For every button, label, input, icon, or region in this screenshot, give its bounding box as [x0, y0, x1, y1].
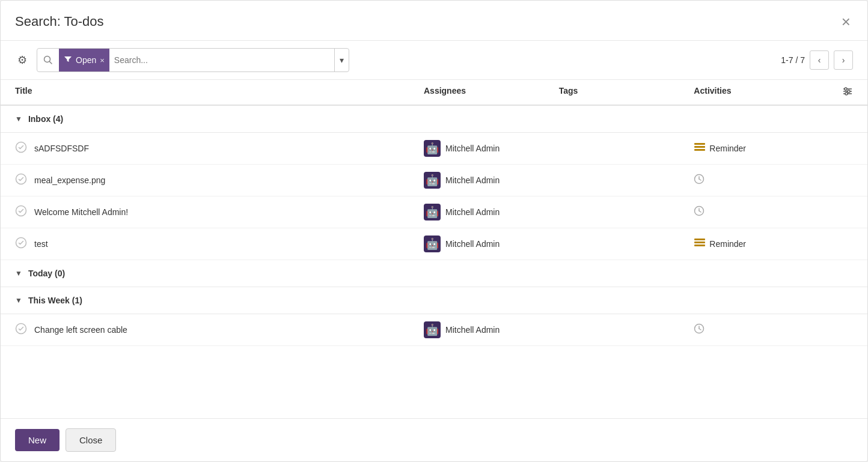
section-chevron-icon: ▼ — [15, 296, 22, 305]
check-circle-icon — [15, 237, 27, 252]
search-todos-dialog: Search: To-dos × ⚙ Open × — [0, 0, 868, 462]
column-tags: Tags — [559, 86, 694, 99]
svg-rect-21 — [694, 239, 705, 240]
assignee-cell: 🤖 Mitchell Admin — [424, 236, 559, 252]
pagination: 1-7 / 7 ‹ › — [781, 50, 853, 70]
assignee-name: Mitchell Admin — [445, 175, 500, 185]
section-header[interactable]: ▼This Week (1) — [1, 287, 867, 314]
section-header[interactable]: ▼Today (0) — [1, 260, 867, 287]
section-label: Inbox (4) — [28, 114, 63, 124]
check-circle-icon — [15, 141, 27, 156]
clock-icon — [694, 323, 704, 337]
chip-close-button[interactable]: × — [100, 56, 105, 65]
assignee-cell: 🤖 Mitchell Admin — [424, 204, 559, 220]
table-row[interactable]: Welcome Mitchell Admin! 🤖 Mitchell Admin — [1, 196, 867, 228]
page-info: 1-7 / 7 — [781, 55, 805, 65]
section-header[interactable]: ▼Inbox (4) — [1, 106, 867, 133]
activities-cell — [694, 323, 829, 337]
reminder-icon — [694, 238, 706, 250]
check-circle-icon — [15, 205, 27, 220]
check-circle-icon — [15, 323, 27, 338]
title-cell: test — [15, 237, 424, 252]
section-chevron-icon: ▼ — [15, 269, 22, 278]
new-button[interactable]: New — [15, 429, 60, 451]
column-activities: Activities — [694, 86, 829, 99]
assignee-cell: 🤖 Mitchell Admin — [424, 321, 559, 338]
dialog-header: Search: To-dos × — [1, 1, 867, 41]
check-circle-icon — [15, 173, 27, 188]
avatar: 🤖 — [424, 140, 441, 157]
column-title: Title — [15, 86, 424, 99]
svg-line-15 — [699, 179, 701, 180]
activities-cell — [694, 205, 829, 219]
table-body: ▼Inbox (4) sADFSDFSDF 🤖 Mitchell Admin — [1, 106, 867, 346]
filter-funnel-icon — [64, 55, 72, 65]
search-icon — [37, 55, 59, 65]
svg-line-19 — [699, 211, 701, 212]
row-title[interactable]: Welcome Mitchell Admin! — [34, 207, 128, 217]
svg-rect-9 — [694, 143, 705, 145]
svg-point-5 — [845, 88, 847, 90]
avatar: 🤖 — [424, 321, 441, 338]
assignee-cell: 🤖 Mitchell Admin — [424, 172, 559, 189]
filter-chip: Open × — [59, 49, 109, 71]
dialog-title: Search: To-dos — [15, 14, 104, 29]
title-cell: sADFSDFSDF — [15, 141, 424, 156]
title-cell: meal_expense.png — [15, 173, 424, 188]
section-label: This Week (1) — [28, 296, 82, 305]
svg-point-7 — [845, 93, 848, 95]
row-title[interactable]: sADFSDFSDF — [34, 144, 89, 153]
dialog-footer: New Close — [1, 418, 867, 461]
title-cell: Welcome Mitchell Admin! — [15, 205, 424, 220]
close-dialog-button[interactable]: × — [839, 11, 853, 32]
svg-line-27 — [699, 329, 701, 330]
section-label: Today (0) — [28, 269, 65, 278]
table-row[interactable]: sADFSDFSDF 🤖 Mitchell Admin — [1, 133, 867, 165]
svg-line-1 — [50, 62, 52, 64]
svg-rect-10 — [694, 146, 705, 148]
table-row[interactable]: meal_expense.png 🤖 Mitchell Admin — [1, 165, 867, 196]
table-header: Title Assignees Tags Activities — [1, 80, 867, 106]
reminder-label: Reminder — [709, 144, 746, 153]
toolbar: ⚙ Open × ▾ — [1, 41, 867, 80]
assignee-name: Mitchell Admin — [445, 207, 500, 217]
svg-rect-22 — [694, 242, 705, 243]
column-assignees: Assignees — [424, 86, 559, 99]
adjust-columns-icon — [842, 86, 853, 99]
activities-cell: Reminder — [694, 238, 829, 250]
row-title[interactable]: meal_expense.png — [34, 175, 105, 185]
svg-point-6 — [848, 90, 850, 93]
svg-rect-11 — [694, 149, 705, 151]
section-chevron-icon: ▼ — [15, 115, 22, 123]
activities-cell — [694, 174, 829, 187]
search-bar: Open × ▾ — [37, 48, 349, 72]
avatar: 🤖 — [424, 204, 441, 220]
title-cell: Change left screen cable — [15, 323, 424, 338]
gear-icon: ⚙ — [17, 54, 27, 66]
activity-reminder: Reminder — [694, 142, 746, 154]
search-input[interactable] — [109, 49, 334, 71]
assignee-name: Mitchell Admin — [445, 325, 500, 335]
avatar: 🤖 — [424, 172, 441, 189]
table-row[interactable]: Change left screen cable 🤖 Mitchell Admi… — [1, 314, 867, 346]
gear-button[interactable]: ⚙ — [15, 51, 29, 69]
assignee-name: Mitchell Admin — [445, 239, 500, 249]
close-button[interactable]: Close — [66, 428, 116, 452]
next-page-button[interactable]: › — [834, 50, 853, 70]
clock-icon — [694, 205, 704, 219]
prev-page-button[interactable]: ‹ — [810, 50, 829, 70]
column-adjust[interactable] — [829, 86, 853, 99]
search-dropdown-button[interactable]: ▾ — [334, 49, 349, 71]
row-title[interactable]: test — [34, 239, 48, 249]
row-title[interactable]: Change left screen cable — [34, 325, 127, 335]
avatar: 🤖 — [424, 236, 441, 252]
activity-reminder: Reminder — [694, 238, 746, 250]
table-row[interactable]: test 🤖 Mitchell Admin — [1, 228, 867, 260]
reminder-icon — [694, 142, 706, 154]
assignee-name: Mitchell Admin — [445, 144, 500, 153]
svg-rect-23 — [694, 245, 705, 246]
reminder-label: Reminder — [709, 239, 746, 249]
activities-cell: Reminder — [694, 142, 829, 154]
dropdown-chevron-icon: ▾ — [340, 55, 344, 65]
chip-label: Open — [76, 55, 96, 65]
